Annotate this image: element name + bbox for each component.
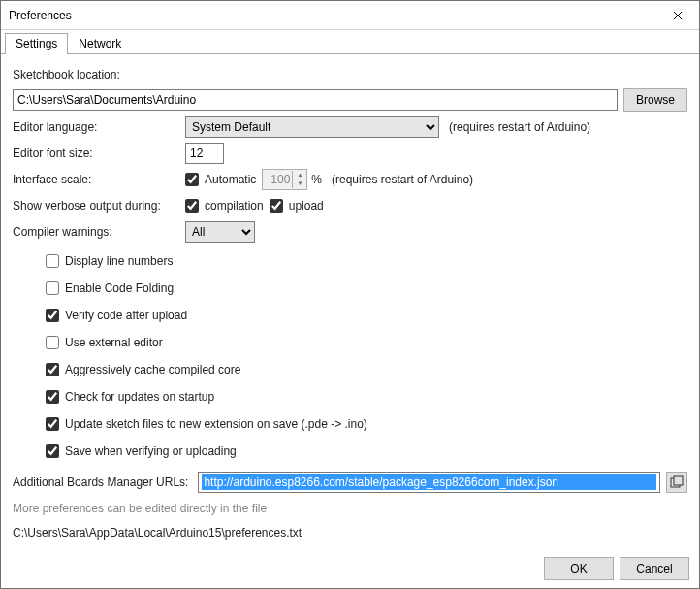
ok-button[interactable]: OK	[544, 557, 614, 580]
sketchbook-label: Sketchbook location:	[13, 68, 120, 82]
browse-button[interactable]: Browse	[623, 88, 687, 112]
settings-panel: Sketchbook location: Browse Editor langu…	[1, 54, 699, 549]
font-size-label: Editor font size:	[13, 147, 185, 160]
external-editor-checkbox[interactable]	[46, 336, 59, 349]
tab-settings[interactable]: Settings	[5, 33, 68, 54]
close-button[interactable]	[655, 1, 699, 29]
aggressive-cache-checkbox[interactable]	[46, 363, 59, 376]
svg-rect-1	[674, 476, 683, 485]
verbose-upload-label: upload	[289, 199, 324, 213]
boards-url-input[interactable]	[202, 474, 656, 490]
window-title: Preferences	[9, 9, 72, 22]
automatic-scale-label: Automatic	[205, 173, 256, 186]
external-editor-label: Use external editor	[65, 336, 163, 349]
check-updates-label: Check for updates on startup	[65, 390, 214, 404]
tab-bar: Settings Network	[1, 32, 699, 54]
options-checklist: Display line numbers Enable Code Folding…	[46, 250, 687, 462]
verify-after-upload-label: Verify code after upload	[65, 309, 187, 322]
verify-after-upload-checkbox[interactable]	[46, 309, 59, 322]
verbose-compilation-label: compilation	[205, 199, 264, 213]
interface-scale-hint: (requires restart of Arduino)	[332, 173, 473, 186]
font-size-input[interactable]	[185, 143, 224, 164]
cancel-button[interactable]: Cancel	[620, 557, 689, 580]
sketchbook-input[interactable]	[13, 89, 618, 111]
titlebar: Preferences	[1, 1, 699, 30]
editor-language-label: Editor language:	[13, 120, 185, 134]
scale-spinner[interactable]: ▲▼	[262, 169, 307, 190]
window-expand-icon	[670, 475, 684, 489]
boards-url-expand-button[interactable]	[666, 472, 687, 493]
boards-url-label: Additional Boards Manager URLs:	[13, 475, 188, 489]
update-extension-label: Update sketch files to new extension on …	[65, 417, 367, 431]
spinner-buttons[interactable]: ▲▼	[292, 171, 306, 188]
check-updates-checkbox[interactable]	[46, 390, 59, 404]
scale-value-input	[263, 173, 292, 186]
chevron-up-icon[interactable]: ▲	[293, 171, 306, 180]
tab-network[interactable]: Network	[68, 33, 132, 54]
close-icon	[673, 11, 683, 20]
automatic-scale-checkbox[interactable]	[185, 173, 199, 186]
chevron-down-icon[interactable]: ▼	[293, 180, 306, 188]
verbose-label: Show verbose output during:	[13, 199, 185, 213]
display-line-numbers-checkbox[interactable]	[46, 254, 59, 268]
enable-code-folding-checkbox[interactable]	[46, 281, 59, 295]
more-prefs-line1: More preferences can be edited directly …	[13, 502, 267, 515]
percent-label: %	[311, 173, 322, 186]
editor-language-hint: (requires restart of Arduino)	[449, 120, 590, 134]
compiler-warnings-select[interactable]: All	[185, 221, 255, 243]
save-on-verify-label: Save when verifying or uploading	[65, 444, 237, 458]
compiler-warnings-label: Compiler warnings:	[13, 225, 185, 239]
boards-url-input-wrap	[198, 472, 660, 493]
editor-language-select[interactable]: System Default	[185, 116, 439, 138]
preferences-window: Preferences Settings Network Sketchbook …	[0, 0, 700, 589]
update-extension-checkbox[interactable]	[46, 417, 59, 431]
dialog-footer: OK Cancel	[1, 549, 699, 588]
display-line-numbers-label: Display line numbers	[65, 254, 173, 268]
aggressive-cache-label: Aggressively cache compiled core	[65, 363, 240, 376]
verbose-compilation-checkbox[interactable]	[185, 199, 199, 213]
enable-code-folding-label: Enable Code Folding	[65, 281, 174, 295]
verbose-upload-checkbox[interactable]	[270, 199, 283, 213]
save-on-verify-checkbox[interactable]	[46, 444, 59, 458]
interface-scale-label: Interface scale:	[13, 173, 185, 186]
prefs-file-path: C:\Users\Sara\AppData\Local\Arduino15\pr…	[13, 526, 302, 540]
